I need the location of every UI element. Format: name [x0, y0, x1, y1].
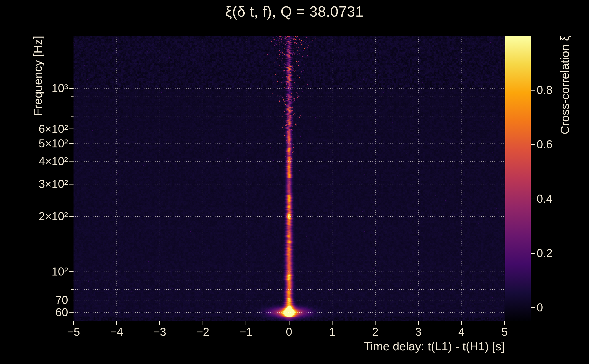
colorbar-gradient	[505, 36, 531, 321]
x-tick-mark	[246, 321, 246, 325]
y-minor-tick-mark	[71, 289, 73, 290]
x-tick-label: −3	[144, 325, 176, 338]
y-axis-label: Frequency [Hz]	[31, 36, 45, 116]
y-major-tick-mark	[69, 184, 73, 184]
y-minor-tick-mark	[71, 280, 73, 280]
colorbar-tick-label: 0	[537, 301, 573, 314]
colorbar-tick-mark	[531, 90, 535, 91]
y-tick-label: 3×10²	[9, 177, 68, 191]
x-tick-label: −1	[230, 325, 262, 338]
heatmap-canvas	[73, 36, 504, 321]
x-tick-mark	[375, 321, 375, 325]
y-major-tick-mark	[69, 271, 73, 272]
colorbar-tick-label: 0.2	[537, 247, 573, 260]
colorbar-tick-mark	[531, 199, 535, 199]
colorbar-tick-label: 0.6	[537, 138, 573, 151]
x-tick-mark	[332, 321, 333, 325]
x-tick-label: 4	[446, 325, 478, 338]
x-tick-mark	[504, 321, 505, 325]
x-tick-mark	[461, 321, 462, 325]
colorbar-tick-mark	[531, 144, 535, 145]
colorbar-tick-mark	[531, 307, 535, 308]
x-tick-mark	[418, 321, 419, 325]
x-tick-label: 0	[273, 325, 305, 338]
y-tick-label: 2×10²	[9, 210, 68, 223]
y-tick-label: 10³	[9, 82, 68, 95]
x-tick-label: −5	[58, 325, 89, 338]
y-tick-label: 4×10²	[9, 155, 68, 168]
y-tick-label: 60	[9, 306, 68, 319]
y-major-tick-mark	[69, 300, 73, 300]
y-minor-tick-mark	[71, 106, 73, 106]
y-major-tick-mark	[69, 161, 73, 162]
x-tick-mark	[203, 321, 203, 325]
y-tick-label: 10²	[9, 265, 68, 278]
y-minor-tick-mark	[71, 97, 73, 97]
colorbar-tick-mark	[531, 253, 535, 254]
x-tick-mark	[159, 321, 160, 325]
y-minor-tick-mark	[71, 117, 73, 117]
x-tick-label: 2	[359, 325, 391, 338]
x-tick-mark	[289, 321, 289, 325]
x-tick-mark	[73, 321, 74, 325]
chart-title: ξ(δ t, f), Q = 38.0731	[0, 3, 589, 20]
y-major-tick-mark	[69, 129, 73, 129]
x-tick-label: 1	[316, 325, 348, 338]
y-major-tick-mark	[69, 88, 73, 89]
x-tick-label: −2	[187, 325, 219, 338]
y-tick-label: 6×10²	[9, 122, 68, 136]
y-major-tick-mark	[69, 143, 73, 144]
x-tick-label: 3	[402, 325, 434, 338]
colorbar-tick-label: 0.8	[537, 84, 573, 97]
y-tick-label: 5×10²	[9, 137, 68, 150]
y-major-tick-mark	[69, 216, 73, 217]
x-tick-label: −4	[101, 325, 132, 338]
x-tick-mark	[116, 321, 117, 325]
x-axis-label: Time delay: t(L1) - t(H1) [s]	[364, 339, 504, 353]
x-tick-label: 5	[489, 325, 521, 338]
y-tick-label: 70	[9, 293, 68, 307]
colorbar-tick-label: 0.4	[537, 192, 573, 205]
y-major-tick-mark	[69, 312, 73, 312]
